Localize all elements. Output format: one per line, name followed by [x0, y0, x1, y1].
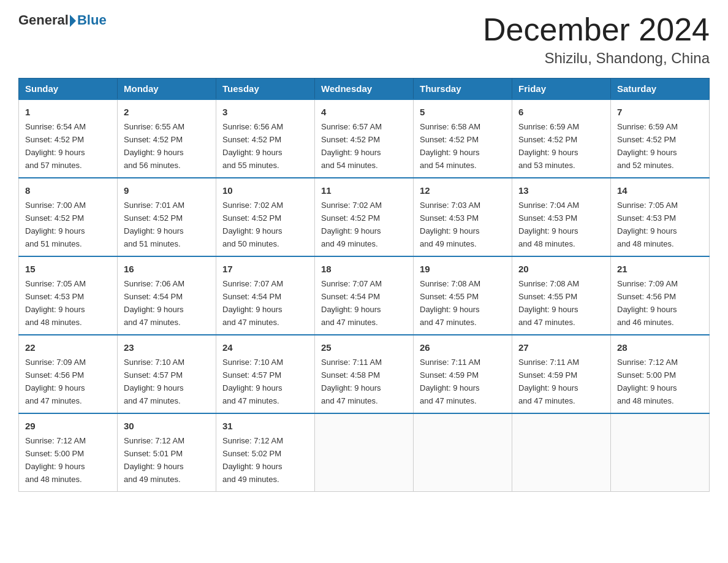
- day-number: 5: [420, 105, 506, 119]
- header-sunday: Sunday: [19, 79, 118, 100]
- calendar-cell: 4Sunrise: 6:57 AMSunset: 4:52 PMDaylight…: [315, 99, 414, 178]
- day-number: 4: [321, 105, 407, 119]
- day-number: 17: [222, 262, 308, 276]
- day-info: Sunrise: 7:11 AMSunset: 4:59 PMDaylight:…: [420, 358, 480, 405]
- day-info: Sunrise: 7:12 AMSunset: 5:00 PMDaylight:…: [617, 358, 678, 405]
- day-info: Sunrise: 6:56 AMSunset: 4:52 PMDaylight:…: [222, 122, 283, 170]
- calendar-cell: 17Sunrise: 7:07 AMSunset: 4:54 PMDayligh…: [216, 256, 315, 335]
- calendar-cell: [315, 413, 414, 491]
- day-number: 2: [124, 105, 210, 119]
- day-info: Sunrise: 6:55 AMSunset: 4:52 PMDaylight:…: [124, 122, 184, 170]
- calendar-cell: 29Sunrise: 7:12 AMSunset: 5:00 PMDayligh…: [19, 413, 118, 491]
- day-number: 23: [124, 340, 210, 354]
- calendar-table: SundayMondayTuesdayWednesdayThursdayFrid…: [18, 78, 710, 492]
- calendar-cell: 19Sunrise: 7:08 AMSunset: 4:55 PMDayligh…: [414, 256, 512, 335]
- day-info: Sunrise: 7:12 AMSunset: 5:02 PMDaylight:…: [222, 436, 283, 484]
- day-info: Sunrise: 7:07 AMSunset: 4:54 PMDaylight:…: [321, 279, 382, 327]
- day-info: Sunrise: 7:12 AMSunset: 5:00 PMDaylight:…: [25, 436, 86, 484]
- day-info: Sunrise: 7:02 AMSunset: 4:52 PMDaylight:…: [321, 201, 382, 248]
- header-tuesday: Tuesday: [216, 79, 315, 100]
- week-row-1: 1Sunrise: 6:54 AMSunset: 4:52 PMDaylight…: [19, 99, 710, 178]
- day-info: Sunrise: 6:59 AMSunset: 4:52 PMDaylight:…: [518, 122, 579, 170]
- calendar-cell: 22Sunrise: 7:09 AMSunset: 4:56 PMDayligh…: [19, 335, 118, 413]
- calendar-cell: 28Sunrise: 7:12 AMSunset: 5:00 PMDayligh…: [611, 335, 710, 413]
- day-info: Sunrise: 7:07 AMSunset: 4:54 PMDaylight:…: [222, 279, 283, 327]
- day-info: Sunrise: 7:11 AMSunset: 4:59 PMDaylight:…: [518, 358, 579, 405]
- logo-general-text: General: [18, 12, 69, 28]
- calendar-title: December 2024: [483, 12, 710, 47]
- day-number: 31: [222, 419, 308, 433]
- week-row-4: 22Sunrise: 7:09 AMSunset: 4:56 PMDayligh…: [19, 335, 710, 413]
- day-number: 7: [617, 105, 703, 119]
- logo: General Blue: [18, 12, 107, 28]
- logo-blue-text: Blue: [77, 12, 107, 28]
- day-number: 14: [617, 183, 703, 197]
- calendar-cell: 20Sunrise: 7:08 AMSunset: 4:55 PMDayligh…: [512, 256, 611, 335]
- calendar-cell: [512, 413, 611, 491]
- day-info: Sunrise: 7:09 AMSunset: 4:56 PMDaylight:…: [617, 279, 678, 327]
- header-row: SundayMondayTuesdayWednesdayThursdayFrid…: [19, 79, 710, 100]
- day-number: 11: [321, 183, 407, 197]
- day-info: Sunrise: 7:02 AMSunset: 4:52 PMDaylight:…: [222, 201, 283, 248]
- day-number: 28: [617, 340, 703, 354]
- day-info: Sunrise: 7:09 AMSunset: 4:56 PMDaylight:…: [25, 358, 86, 405]
- week-row-3: 15Sunrise: 7:05 AMSunset: 4:53 PMDayligh…: [19, 256, 710, 335]
- day-info: Sunrise: 7:10 AMSunset: 4:57 PMDaylight:…: [124, 358, 184, 405]
- header-monday: Monday: [118, 79, 216, 100]
- day-info: Sunrise: 6:59 AMSunset: 4:52 PMDaylight:…: [617, 122, 678, 170]
- day-info: Sunrise: 6:57 AMSunset: 4:52 PMDaylight:…: [321, 122, 382, 170]
- calendar-cell: 9Sunrise: 7:01 AMSunset: 4:52 PMDaylight…: [118, 178, 216, 256]
- day-info: Sunrise: 7:10 AMSunset: 4:57 PMDaylight:…: [222, 358, 283, 405]
- day-number: 9: [124, 183, 210, 197]
- calendar-cell: 13Sunrise: 7:04 AMSunset: 4:53 PMDayligh…: [512, 178, 611, 256]
- calendar-cell: 26Sunrise: 7:11 AMSunset: 4:59 PMDayligh…: [414, 335, 512, 413]
- day-info: Sunrise: 7:08 AMSunset: 4:55 PMDaylight:…: [518, 279, 579, 327]
- calendar-cell: 1Sunrise: 6:54 AMSunset: 4:52 PMDaylight…: [19, 99, 118, 178]
- day-number: 30: [124, 419, 210, 433]
- calendar-cell: 7Sunrise: 6:59 AMSunset: 4:52 PMDaylight…: [611, 99, 710, 178]
- calendar-cell: 10Sunrise: 7:02 AMSunset: 4:52 PMDayligh…: [216, 178, 315, 256]
- page-header: General Blue December 2024 Shizilu, Shan…: [18, 12, 710, 67]
- day-number: 29: [25, 419, 111, 433]
- header-saturday: Saturday: [611, 79, 710, 100]
- calendar-cell: 8Sunrise: 7:00 AMSunset: 4:52 PMDaylight…: [19, 178, 118, 256]
- day-info: Sunrise: 7:05 AMSunset: 4:53 PMDaylight:…: [617, 201, 678, 248]
- calendar-cell: 6Sunrise: 6:59 AMSunset: 4:52 PMDaylight…: [512, 99, 611, 178]
- day-info: Sunrise: 7:08 AMSunset: 4:55 PMDaylight:…: [420, 279, 480, 327]
- day-number: 19: [420, 262, 506, 276]
- day-number: 22: [25, 340, 111, 354]
- day-info: Sunrise: 7:06 AMSunset: 4:54 PMDaylight:…: [124, 279, 184, 327]
- calendar-subtitle: Shizilu, Shandong, China: [483, 50, 710, 67]
- header-friday: Friday: [512, 79, 611, 100]
- calendar-cell: 2Sunrise: 6:55 AMSunset: 4:52 PMDaylight…: [118, 99, 216, 178]
- title-block: December 2024 Shizilu, Shandong, China: [483, 12, 710, 67]
- day-info: Sunrise: 6:54 AMSunset: 4:52 PMDaylight:…: [25, 122, 86, 170]
- logo-triangle-icon: [70, 15, 76, 27]
- calendar-cell: 3Sunrise: 6:56 AMSunset: 4:52 PMDaylight…: [216, 99, 315, 178]
- calendar-cell: 31Sunrise: 7:12 AMSunset: 5:02 PMDayligh…: [216, 413, 315, 491]
- calendar-cell: 5Sunrise: 6:58 AMSunset: 4:52 PMDaylight…: [414, 99, 512, 178]
- calendar-cell: 21Sunrise: 7:09 AMSunset: 4:56 PMDayligh…: [611, 256, 710, 335]
- day-info: Sunrise: 7:01 AMSunset: 4:52 PMDaylight:…: [124, 201, 184, 248]
- week-row-5: 29Sunrise: 7:12 AMSunset: 5:00 PMDayligh…: [19, 413, 710, 491]
- day-number: 18: [321, 262, 407, 276]
- day-number: 3: [222, 105, 308, 119]
- day-info: Sunrise: 7:12 AMSunset: 5:01 PMDaylight:…: [124, 436, 184, 484]
- day-info: Sunrise: 6:58 AMSunset: 4:52 PMDaylight:…: [420, 122, 480, 170]
- day-number: 24: [222, 340, 308, 354]
- day-number: 15: [25, 262, 111, 276]
- day-number: 12: [420, 183, 506, 197]
- day-info: Sunrise: 7:04 AMSunset: 4:53 PMDaylight:…: [518, 201, 579, 248]
- day-info: Sunrise: 7:00 AMSunset: 4:52 PMDaylight:…: [25, 201, 86, 248]
- day-info: Sunrise: 7:03 AMSunset: 4:53 PMDaylight:…: [420, 201, 480, 248]
- calendar-cell: 23Sunrise: 7:10 AMSunset: 4:57 PMDayligh…: [118, 335, 216, 413]
- day-number: 8: [25, 183, 111, 197]
- calendar-cell: 30Sunrise: 7:12 AMSunset: 5:01 PMDayligh…: [118, 413, 216, 491]
- calendar-cell: 16Sunrise: 7:06 AMSunset: 4:54 PMDayligh…: [118, 256, 216, 335]
- calendar-cell: 27Sunrise: 7:11 AMSunset: 4:59 PMDayligh…: [512, 335, 611, 413]
- calendar-cell: 24Sunrise: 7:10 AMSunset: 4:57 PMDayligh…: [216, 335, 315, 413]
- day-info: Sunrise: 7:11 AMSunset: 4:58 PMDaylight:…: [321, 358, 382, 405]
- day-number: 25: [321, 340, 407, 354]
- day-info: Sunrise: 7:05 AMSunset: 4:53 PMDaylight:…: [25, 279, 86, 327]
- day-number: 1: [25, 105, 111, 119]
